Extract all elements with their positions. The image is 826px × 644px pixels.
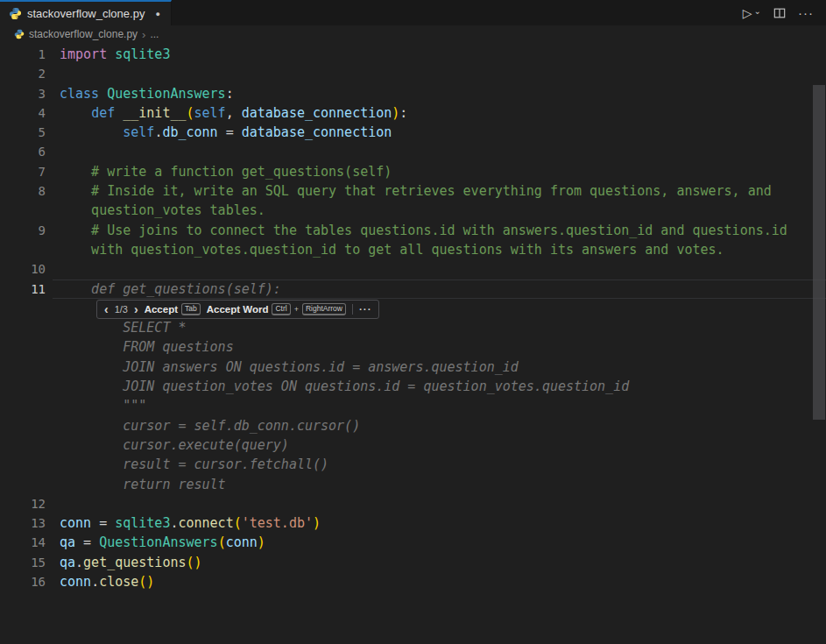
toolbar-more-button[interactable]: ··· — [359, 304, 372, 315]
accept-suggestion-button[interactable]: Accept Tab — [145, 303, 201, 315]
line-number[interactable]: 14 — [0, 533, 46, 552]
ghost-suggestion-text[interactable]: result = cursor.fetchall() — [60, 455, 328, 474]
code-text[interactable]: qa.get_questions() — [60, 553, 202, 572]
vertical-scrollbar[interactable] — [812, 85, 826, 644]
line-number[interactable]: 8 — [0, 181, 46, 201]
code-line[interactable]: """ — [0, 396, 826, 415]
code-line[interactable]: 16conn.close() — [0, 572, 826, 591]
line-number — [0, 299, 46, 318]
line-number[interactable]: 12 — [0, 494, 46, 513]
code-text[interactable]: # write a function get_questions(self) — [60, 162, 392, 181]
split-editor-button[interactable] — [773, 7, 786, 19]
code-text[interactable]: # Use joins to connect the tables questi… — [60, 221, 787, 240]
ghost-suggestion-text[interactable]: FROM questions — [60, 337, 234, 357]
line-number[interactable]: 2 — [0, 64, 46, 83]
code-text[interactable]: import sqlite3 — [60, 45, 170, 64]
scrollbar-thumb[interactable] — [813, 85, 825, 420]
ghost-suggestion-text[interactable]: def get_questions(self): — [60, 280, 281, 299]
accept-word-button[interactable]: Accept Word Ctrl + RightArrow — [207, 303, 346, 315]
ghost-suggestion-text[interactable]: JOIN answers ON questions.id = answers.q… — [60, 357, 519, 377]
code-line[interactable]: 1import sqlite3 — [0, 45, 826, 64]
code-text[interactable]: class QuestionAnswers: — [60, 84, 234, 103]
code-text[interactable]: conn = sqlite3.connect('test.db') — [60, 513, 321, 533]
code-line[interactable]: SELECT * — [0, 318, 826, 337]
vscode-window: { "tab": { "title": "stackoverflow_clone… — [0, 0, 826, 644]
line-number[interactable]: 10 — [0, 259, 46, 279]
ghost-suggestion-text[interactable]: return result — [60, 475, 226, 494]
code-token: database_connection — [242, 124, 392, 140]
code-line[interactable]: FROM questions — [0, 337, 826, 357]
code-line[interactable]: 2 — [0, 64, 826, 83]
code-token: () — [187, 555, 202, 570]
line-number[interactable]: 6 — [0, 142, 46, 161]
breadcrumb-item-file[interactable]: stackoverflow_clone.py — [29, 28, 138, 40]
ctrl-key-badge: Ctrl — [272, 303, 290, 315]
code-token: db_conn — [162, 124, 217, 140]
ghost-suggestion-text[interactable]: """ — [60, 396, 146, 415]
code-token: self — [194, 105, 226, 121]
code-line[interactable]: cursor.execute(query) — [0, 435, 826, 455]
code-line[interactable]: 5 self.db_conn = database_connection — [0, 123, 826, 142]
code-line[interactable]: question_votes tables. — [0, 201, 826, 220]
code-line[interactable]: 11 def get_questions(self): — [0, 280, 826, 299]
code-line[interactable]: cursor = self.db_conn.cursor() — [0, 416, 826, 435]
line-number — [0, 416, 46, 435]
more-actions-button[interactable]: ··· — [798, 5, 814, 20]
code-line[interactable]: JOIN answers ON questions.id = answers.q… — [0, 357, 826, 377]
code-token: . — [91, 574, 99, 590]
code-token: with question_votes.question_id to get a… — [60, 242, 724, 258]
line-number[interactable]: 15 — [0, 553, 46, 572]
code-line[interactable]: return result — [0, 475, 826, 494]
code-line[interactable]: 9 # Use joins to connect the tables ques… — [0, 221, 826, 240]
code-text[interactable]: # Inside it, write an SQL query that ret… — [60, 181, 772, 201]
ghost-suggestion-text[interactable]: cursor = self.db_conn.cursor() — [60, 416, 360, 435]
code-text[interactable]: self.db_conn = database_connection — [60, 123, 392, 142]
code-line[interactable]: 10 — [0, 259, 826, 279]
code-text[interactable]: def __init__(self, database_connection): — [60, 103, 407, 123]
line-number[interactable]: 5 — [0, 123, 46, 142]
code-line[interactable]: 13conn = sqlite3.connect('test.db') — [0, 513, 826, 533]
code-line[interactable]: 8 # Inside it, write an SQL query that r… — [0, 181, 826, 201]
tab-stackoverflow-clone-py[interactable]: stackoverflow_clone.py ● — [0, 0, 172, 25]
line-number[interactable]: 7 — [0, 162, 46, 181]
code-line[interactable]: 3class QuestionAnswers: — [0, 84, 826, 103]
code-line[interactable]: 15qa.get_questions() — [0, 553, 826, 572]
ghost-suggestion-text[interactable]: JOIN question_votes ON questions.id = qu… — [60, 377, 629, 396]
code-line[interactable]: 7 # write a function get_questions(self) — [0, 162, 826, 181]
code-token: = — [75, 534, 99, 550]
dirty-indicator-icon[interactable]: ● — [155, 10, 159, 18]
code-token: __init__ — [123, 105, 186, 121]
ghost-suggestion-text[interactable]: SELECT * — [60, 318, 187, 337]
code-text[interactable]: conn.close() — [60, 572, 154, 591]
python-file-icon — [9, 7, 22, 20]
code-token: ) — [313, 515, 321, 531]
line-number — [0, 455, 46, 474]
code-line[interactable]: JOIN question_votes ON questions.id = qu… — [0, 377, 826, 396]
line-number[interactable]: 9 — [0, 221, 46, 240]
line-number[interactable]: 3 — [0, 84, 46, 103]
code-line[interactable]: 12 — [0, 494, 826, 513]
code-line[interactable]: 6 — [0, 142, 826, 161]
line-number[interactable]: 11 — [0, 280, 46, 299]
code-text[interactable]: qa = QuestionAnswers(conn) — [60, 533, 265, 552]
code-text[interactable]: with question_votes.question_id to get a… — [60, 240, 724, 259]
editor[interactable]: 1import sqlite323class QuestionAnswers:4… — [0, 43, 826, 591]
line-number[interactable]: 16 — [0, 572, 46, 591]
run-python-file-button[interactable]: ▷ ⌄ — [743, 6, 761, 20]
chevron-down-icon: ⌄ — [754, 6, 761, 16]
next-suggestion-button[interactable]: › — [134, 303, 138, 315]
ghost-suggestion-text[interactable]: cursor.execute(query) — [60, 435, 289, 455]
code-token: get_questions — [83, 555, 186, 570]
code-line[interactable]: 4 def __init__(self, database_connection… — [0, 103, 826, 123]
breadcrumb-item-symbol[interactable]: ... — [150, 28, 159, 40]
code-line[interactable]: result = cursor.fetchall() — [0, 455, 826, 474]
code-line[interactable]: 14qa = QuestionAnswers(conn) — [0, 533, 826, 552]
code-token: return result — [60, 477, 226, 492]
line-number[interactable]: 1 — [0, 45, 46, 64]
line-number[interactable]: 13 — [0, 513, 46, 533]
code-token: connect — [178, 515, 233, 531]
line-number[interactable]: 4 — [0, 103, 46, 123]
code-text[interactable]: question_votes tables. — [60, 201, 265, 220]
previous-suggestion-button[interactable]: ‹ — [104, 303, 109, 315]
code-line[interactable]: with question_votes.question_id to get a… — [0, 240, 826, 259]
